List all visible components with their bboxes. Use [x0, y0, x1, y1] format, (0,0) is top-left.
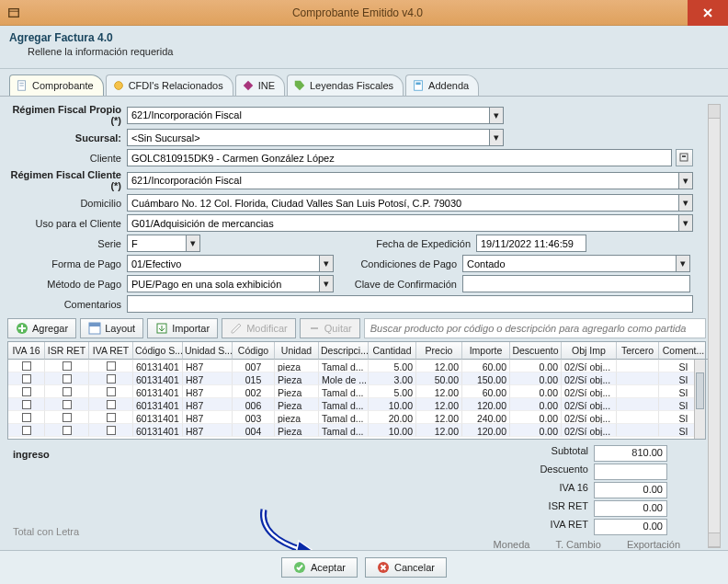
forma-pago-select[interactable]: [127, 255, 334, 272]
grid-header: IVA 16 ISR RET IVA RET Código S... Unida…: [8, 342, 705, 360]
tab-comprobante[interactable]: Comprobante: [9, 74, 104, 96]
col-cant[interactable]: Cantidad: [369, 342, 416, 360]
col-ivaret[interactable]: IVA RET: [89, 342, 133, 360]
domicilio-select[interactable]: [127, 194, 693, 212]
grid-cell: [45, 385, 89, 398]
grid-cell: [89, 360, 133, 372]
button-label: Importar: [172, 323, 210, 334]
col-codigo[interactable]: Código: [233, 342, 275, 360]
grid-cell: [45, 360, 89, 372]
cond-pago-select[interactable]: [462, 255, 690, 272]
chevron-down-icon: ▾: [678, 215, 692, 231]
app-icon: [7, 6, 20, 19]
table-row[interactable]: 60131401H87015PiezaMole de ...3.0050.001…: [8, 372, 705, 385]
sucursal-select[interactable]: [127, 129, 504, 146]
regimen-propio-select[interactable]: [127, 107, 504, 124]
quitar-button: Quitar: [300, 318, 360, 338]
grid-cell: pieza: [275, 411, 319, 424]
grid-cell: 006: [233, 398, 275, 411]
page-subtitle: Rellene la información requerida: [28, 46, 719, 57]
table-row[interactable]: 60131401H87002PiezaTamal d...5.0012.0060…: [8, 385, 705, 398]
grid-cell: H87: [183, 372, 233, 385]
grid-cell: Tamal d...: [319, 411, 369, 424]
grid-cell: 0.00: [510, 385, 562, 398]
col-precio[interactable]: Precio: [416, 342, 462, 360]
comentarios-label: Comentarios: [7, 299, 127, 310]
col-desc[interactable]: Descripci...: [319, 342, 369, 360]
metodo-pago-select[interactable]: [127, 275, 334, 292]
titlebar: Comprobante Emitido v4.0: [0, 0, 728, 26]
grid-cell: Tamal d...: [319, 398, 369, 411]
search-icon: [679, 153, 690, 164]
grid-cell: 12.00: [416, 424, 462, 437]
grid-cell: 60131401: [133, 424, 183, 437]
grid-cell: 0.00: [510, 411, 562, 424]
col-iva16[interactable]: IVA 16: [8, 342, 45, 360]
col-usat[interactable]: Unidad S...: [183, 342, 233, 360]
cliente-lookup-button[interactable]: [676, 149, 693, 166]
col-objimp[interactable]: Obj Imp: [562, 342, 617, 360]
col-codsat[interactable]: Código S...: [133, 342, 183, 360]
cancelar-button[interactable]: Cancelar: [365, 557, 447, 578]
table-row[interactable]: 60131401H87007piezaTamal d...5.0012.0060…: [8, 360, 705, 372]
importar-button[interactable]: Importar: [147, 318, 218, 338]
agregar-button[interactable]: Agregar: [7, 318, 76, 338]
grid-cell: 12.00: [416, 398, 462, 411]
button-label: Agregar: [32, 323, 68, 334]
table-row[interactable]: 60131401H87006PiezaTamal d...10.0012.001…: [8, 398, 705, 411]
grid-cell: [45, 398, 89, 411]
col-coment[interactable]: Coment...: [659, 342, 709, 360]
col-descuento[interactable]: Descuento: [510, 342, 562, 360]
fecha-input[interactable]: [476, 235, 586, 252]
tab-label: Comprobante: [32, 80, 94, 91]
tab-leyendas[interactable]: Leyendas Fiscales: [287, 74, 404, 96]
comentarios-input[interactable]: [127, 295, 693, 313]
svg-rect-6: [415, 81, 423, 91]
grid-cell: [89, 411, 133, 424]
grid-scrollbar[interactable]: [694, 360, 705, 439]
grid-cell: 02/Sí obj...: [562, 424, 617, 437]
col-importe[interactable]: Importe: [462, 342, 510, 360]
tab-addenda[interactable]: Addenda: [405, 74, 479, 96]
table-row[interactable]: 60131401H87003piezaTamal d...20.0012.002…: [8, 411, 705, 424]
isrret-value: 0.00: [594, 500, 667, 517]
check-icon: [293, 561, 306, 574]
regimen-cliente-select[interactable]: [127, 172, 693, 189]
grid-cell: 5.00: [369, 360, 416, 372]
tab-cfdis[interactable]: CFDI's Relacionados: [106, 74, 233, 96]
grid-cell: 0.00: [510, 360, 562, 372]
clave-conf-input[interactable]: [462, 275, 690, 292]
plus-icon: [16, 322, 28, 335]
col-isrret[interactable]: ISR RET: [45, 342, 89, 360]
table-row[interactable]: 60131401H87004PiezaTamal d...10.0012.001…: [8, 424, 705, 437]
close-button[interactable]: [688, 0, 728, 26]
isrret-label: ISR RET: [410, 500, 594, 517]
grid-cell: 007: [233, 360, 275, 372]
layout-button[interactable]: Layout: [80, 318, 143, 338]
form-scrollbar[interactable]: [708, 104, 721, 548]
grid-cell: 60.00: [462, 385, 510, 398]
tab-ine[interactable]: INE: [235, 74, 285, 96]
grid-cell: Tamal d...: [319, 360, 369, 372]
button-label: Layout: [105, 323, 135, 334]
domicilio-label: Domicilio: [7, 198, 127, 209]
cliente-input[interactable]: [127, 149, 672, 166]
grid-cell: [8, 398, 45, 411]
tab-label: CFDI's Relacionados: [129, 80, 223, 91]
forma-pago-label: Forma de Pago: [7, 258, 127, 269]
uso-cliente-select[interactable]: [127, 214, 693, 232]
attachment-icon: [412, 79, 425, 92]
col-unidad[interactable]: Unidad: [275, 342, 319, 360]
window-title: Comprobante Emitido v4.0: [28, 6, 688, 19]
grid-cell: [89, 424, 133, 437]
scrollbar-thumb[interactable]: [696, 372, 704, 409]
chevron-down-icon: ▾: [319, 276, 333, 292]
edit-icon: [230, 322, 243, 335]
dialog-buttons: Aceptar Cancelar: [0, 550, 728, 584]
search-product-input[interactable]: [364, 318, 706, 338]
svg-rect-7: [415, 83, 420, 86]
grid-cell: 150.00: [462, 372, 510, 385]
grid-cell: [8, 424, 45, 437]
col-tercero[interactable]: Tercero: [617, 342, 659, 360]
aceptar-button[interactable]: Aceptar: [281, 557, 358, 578]
